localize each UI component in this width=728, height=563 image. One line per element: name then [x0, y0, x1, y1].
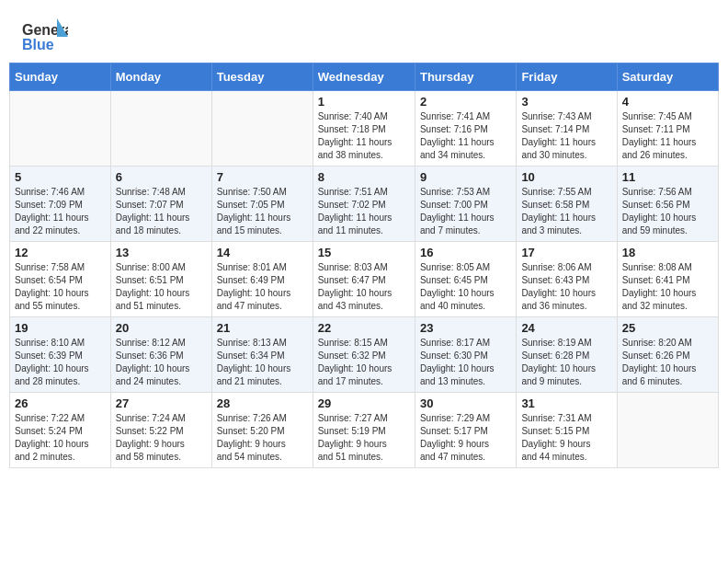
- day-number: 18: [622, 246, 713, 259]
- day-of-week-saturday: Saturday: [617, 63, 718, 91]
- day-number: 4: [622, 95, 713, 109]
- day-info: Sunrise: 7:24 AM Sunset: 5:22 PM Dayligh…: [116, 412, 207, 464]
- calendar-cell: [617, 393, 718, 468]
- day-number: 30: [420, 396, 511, 410]
- day-number: 31: [521, 396, 611, 410]
- day-number: 17: [521, 246, 611, 259]
- day-number: 26: [15, 396, 106, 410]
- calendar-cell: 25Sunrise: 8:20 AM Sunset: 6:26 PM Dayli…: [617, 317, 718, 393]
- calendar-cell: 1Sunrise: 7:40 AM Sunset: 7:18 PM Daylig…: [313, 91, 415, 167]
- day-info: Sunrise: 7:58 AM Sunset: 6:54 PM Dayligh…: [15, 261, 106, 313]
- day-number: 7: [217, 170, 308, 184]
- day-number: 10: [521, 170, 611, 184]
- day-info: Sunrise: 8:12 AM Sunset: 6:36 PM Dayligh…: [116, 337, 207, 388]
- day-number: 23: [420, 321, 511, 335]
- calendar-cell: [211, 91, 313, 167]
- day-info: Sunrise: 7:40 AM Sunset: 7:18 PM Dayligh…: [318, 110, 410, 162]
- day-number: 8: [318, 170, 410, 184]
- day-number: 16: [420, 246, 511, 259]
- day-number: 24: [521, 321, 611, 335]
- calendar-cell: 30Sunrise: 7:29 AM Sunset: 5:17 PM Dayli…: [415, 393, 516, 468]
- day-info: Sunrise: 8:13 AM Sunset: 6:34 PM Dayligh…: [217, 337, 308, 388]
- calendar-cell: 5Sunrise: 7:46 AM Sunset: 7:09 PM Daylig…: [10, 167, 111, 242]
- day-info: Sunrise: 7:41 AM Sunset: 7:16 PM Dayligh…: [420, 110, 511, 162]
- day-info: Sunrise: 7:50 AM Sunset: 7:05 PM Dayligh…: [217, 186, 308, 237]
- calendar-cell: 3Sunrise: 7:43 AM Sunset: 7:14 PM Daylig…: [517, 91, 617, 167]
- day-number: 15: [318, 246, 410, 259]
- calendar-cell: 8Sunrise: 7:51 AM Sunset: 7:02 PM Daylig…: [313, 167, 415, 242]
- day-info: Sunrise: 8:17 AM Sunset: 6:30 PM Dayligh…: [420, 337, 511, 388]
- calendar-cell: 9Sunrise: 7:53 AM Sunset: 7:00 PM Daylig…: [415, 167, 516, 242]
- day-number: 28: [217, 396, 308, 410]
- day-info: Sunrise: 7:51 AM Sunset: 7:02 PM Dayligh…: [318, 186, 410, 237]
- day-info: Sunrise: 8:00 AM Sunset: 6:51 PM Dayligh…: [116, 261, 207, 313]
- day-info: Sunrise: 8:19 AM Sunset: 6:28 PM Dayligh…: [521, 337, 611, 388]
- calendar-cell: 28Sunrise: 7:26 AM Sunset: 5:20 PM Dayli…: [211, 393, 313, 468]
- calendar-cell: 23Sunrise: 8:17 AM Sunset: 6:30 PM Dayli…: [415, 317, 516, 393]
- day-info: Sunrise: 8:15 AM Sunset: 6:32 PM Dayligh…: [318, 337, 410, 388]
- calendar-cell: 31Sunrise: 7:31 AM Sunset: 5:15 PM Dayli…: [517, 393, 617, 468]
- calendar-cell: 29Sunrise: 7:27 AM Sunset: 5:19 PM Dayli…: [313, 393, 415, 468]
- calendar-cell: 18Sunrise: 8:08 AM Sunset: 6:41 PM Dayli…: [617, 242, 718, 317]
- day-number: 19: [15, 321, 106, 335]
- day-info: Sunrise: 7:29 AM Sunset: 5:17 PM Dayligh…: [420, 412, 511, 464]
- day-info: Sunrise: 8:20 AM Sunset: 6:26 PM Dayligh…: [622, 337, 713, 388]
- day-info: Sunrise: 7:53 AM Sunset: 7:00 PM Dayligh…: [420, 186, 511, 237]
- day-info: Sunrise: 7:55 AM Sunset: 6:58 PM Dayligh…: [521, 186, 611, 237]
- day-of-week-tuesday: Tuesday: [211, 63, 313, 91]
- day-info: Sunrise: 8:08 AM Sunset: 6:41 PM Dayligh…: [622, 261, 713, 313]
- calendar-week-row: 1Sunrise: 7:40 AM Sunset: 7:18 PM Daylig…: [10, 91, 719, 167]
- calendar-header-row: SundayMondayTuesdayWednesdayThursdayFrid…: [10, 63, 719, 91]
- calendar-wrapper: SundayMondayTuesdayWednesdayThursdayFrid…: [0, 63, 728, 477]
- day-info: Sunrise: 8:05 AM Sunset: 6:45 PM Dayligh…: [420, 261, 511, 313]
- calendar-cell: 4Sunrise: 7:45 AM Sunset: 7:11 PM Daylig…: [617, 91, 718, 167]
- calendar-cell: 14Sunrise: 8:01 AM Sunset: 6:49 PM Dayli…: [211, 242, 313, 317]
- day-of-week-monday: Monday: [110, 63, 211, 91]
- calendar-table: SundayMondayTuesdayWednesdayThursdayFrid…: [9, 63, 719, 468]
- logo: General Blue: [22, 17, 68, 57]
- day-number: 9: [420, 170, 511, 184]
- calendar-cell: 13Sunrise: 8:00 AM Sunset: 6:51 PM Dayli…: [110, 242, 211, 317]
- calendar-cell: 27Sunrise: 7:24 AM Sunset: 5:22 PM Dayli…: [110, 393, 211, 468]
- day-info: Sunrise: 7:43 AM Sunset: 7:14 PM Dayligh…: [521, 110, 611, 162]
- day-number: 2: [420, 95, 511, 109]
- day-info: Sunrise: 7:46 AM Sunset: 7:09 PM Dayligh…: [15, 186, 106, 237]
- day-number: 27: [116, 396, 207, 410]
- page-header: General Blue: [0, 0, 728, 63]
- day-of-week-thursday: Thursday: [415, 63, 516, 91]
- day-info: Sunrise: 7:56 AM Sunset: 6:56 PM Dayligh…: [622, 186, 713, 237]
- calendar-cell: 16Sunrise: 8:05 AM Sunset: 6:45 PM Dayli…: [415, 242, 516, 317]
- day-number: 5: [15, 170, 106, 184]
- day-number: 1: [318, 95, 410, 109]
- day-number: 25: [622, 321, 713, 335]
- day-info: Sunrise: 8:10 AM Sunset: 6:39 PM Dayligh…: [15, 337, 106, 388]
- calendar-cell: 26Sunrise: 7:22 AM Sunset: 5:24 PM Dayli…: [10, 393, 111, 468]
- calendar-cell: 15Sunrise: 8:03 AM Sunset: 6:47 PM Dayli…: [313, 242, 415, 317]
- day-number: 12: [15, 246, 106, 259]
- calendar-cell: 11Sunrise: 7:56 AM Sunset: 6:56 PM Dayli…: [617, 167, 718, 242]
- day-number: 6: [116, 170, 207, 184]
- calendar-cell: 6Sunrise: 7:48 AM Sunset: 7:07 PM Daylig…: [110, 167, 211, 242]
- calendar-cell: [10, 91, 111, 167]
- calendar-cell: 10Sunrise: 7:55 AM Sunset: 6:58 PM Dayli…: [517, 167, 617, 242]
- calendar-cell: 2Sunrise: 7:41 AM Sunset: 7:16 PM Daylig…: [415, 91, 516, 167]
- calendar-week-row: 26Sunrise: 7:22 AM Sunset: 5:24 PM Dayli…: [10, 393, 719, 468]
- day-number: 14: [217, 246, 308, 259]
- day-info: Sunrise: 7:45 AM Sunset: 7:11 PM Dayligh…: [622, 110, 713, 162]
- day-of-week-wednesday: Wednesday: [313, 63, 415, 91]
- calendar-week-row: 5Sunrise: 7:46 AM Sunset: 7:09 PM Daylig…: [10, 167, 719, 242]
- day-info: Sunrise: 7:27 AM Sunset: 5:19 PM Dayligh…: [318, 412, 410, 464]
- day-of-week-sunday: Sunday: [10, 63, 111, 91]
- calendar-cell: 22Sunrise: 8:15 AM Sunset: 6:32 PM Dayli…: [313, 317, 415, 393]
- calendar-cell: 12Sunrise: 7:58 AM Sunset: 6:54 PM Dayli…: [10, 242, 111, 317]
- day-number: 20: [116, 321, 207, 335]
- day-info: Sunrise: 8:06 AM Sunset: 6:43 PM Dayligh…: [521, 261, 611, 313]
- calendar-cell: 24Sunrise: 8:19 AM Sunset: 6:28 PM Dayli…: [517, 317, 617, 393]
- day-number: 29: [318, 396, 410, 410]
- logo-icon: General Blue: [22, 17, 68, 57]
- calendar-cell: 20Sunrise: 8:12 AM Sunset: 6:36 PM Dayli…: [110, 317, 211, 393]
- calendar-cell: 17Sunrise: 8:06 AM Sunset: 6:43 PM Dayli…: [517, 242, 617, 317]
- day-number: 22: [318, 321, 410, 335]
- calendar-week-row: 19Sunrise: 8:10 AM Sunset: 6:39 PM Dayli…: [10, 317, 719, 393]
- day-number: 11: [622, 170, 713, 184]
